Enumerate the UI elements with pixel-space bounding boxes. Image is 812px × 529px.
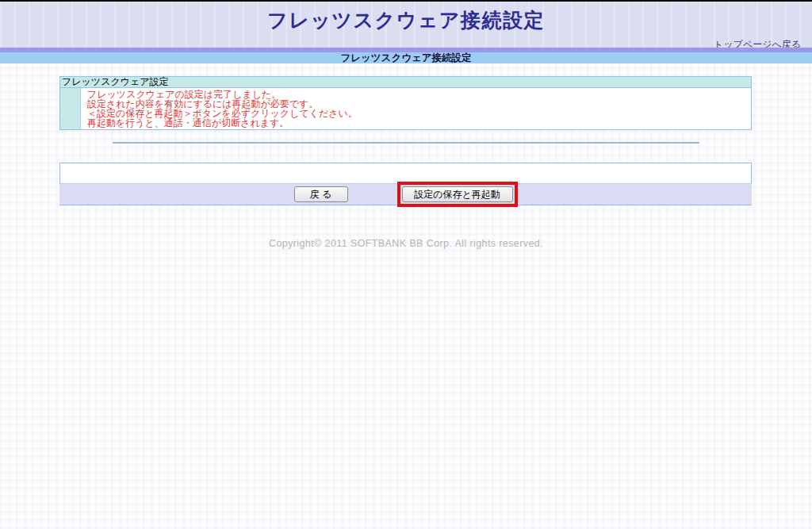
highlight-annotation-box: 設定の保存と再起動 [397,182,518,207]
page-header: フレッツスクウェア接続設定 トップページへ戻る [0,2,812,48]
section-title: フレッツスクウェア接続設定 [340,52,471,63]
panel-body: フレッツスクウェアの設定は完了しました。 設定された内容を有効にするには再起動が… [59,88,752,130]
section-title-bar: フレッツスクウェア接続設定 [0,52,812,63]
page-title: フレッツスクウェア接続設定 [0,7,812,33]
save-restart-button[interactable]: 設定の保存と再起動 [402,186,513,202]
action-bar: 戻 る 設定の保存と再起動 [59,183,752,205]
panel-messages: フレッツスクウェアの設定は完了しました。 設定された内容を有効にするには再起動が… [81,88,362,129]
empty-field-box [59,163,752,184]
page: フレッツスクウェア接続設定 トップページへ戻る フレッツスクウェア接続設定 フレ… [0,0,812,529]
content-divider [113,142,699,144]
panel-side-cell [60,88,81,129]
back-button[interactable]: 戻 る [294,186,348,202]
panel-header: フレッツスクウェア設定 [59,76,752,88]
copyright-text: Copyright© 2011 SOFTBANK BB Corp. All ri… [0,238,812,249]
panel-header-label: フレッツスクウェア設定 [62,76,169,87]
settings-panel: フレッツスクウェア設定 フレッツスクウェアの設定は完了しました。 設定された内容… [59,76,752,130]
message-line: 再起動を行うと、通話・通信が切断されます。 [87,118,358,128]
